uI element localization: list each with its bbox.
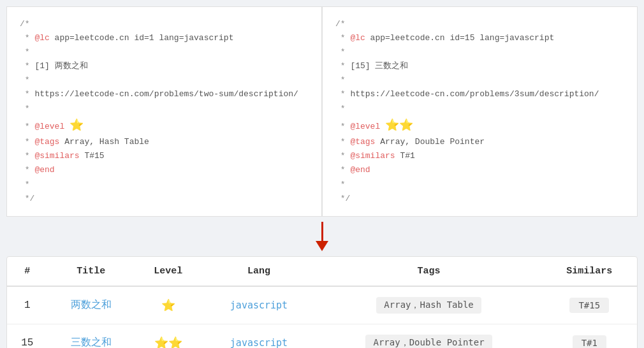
- cell-level: ⭐: [135, 286, 202, 324]
- cell-title: 两数之和: [48, 286, 135, 324]
- arrow-container: [6, 217, 638, 256]
- table-row: 1 两数之和 ⭐ javascript Array，Hash Table T#1…: [7, 286, 637, 324]
- code-line: * @similars T#15: [20, 149, 309, 163]
- table-header-row: # Title Level Lang Tags Similars: [7, 257, 637, 286]
- code-line: /*: [335, 17, 624, 31]
- cell-similars: T#1: [542, 324, 637, 348]
- code-line: *: [20, 45, 309, 59]
- similars-badge: T#1: [573, 335, 606, 348]
- code-line: * @tags Array, Double Pointer: [335, 135, 624, 149]
- code-line: *: [335, 45, 624, 59]
- cell-lang: javascript: [201, 324, 316, 348]
- cell-lang: javascript: [201, 286, 316, 324]
- tags-badge: Array，Double Pointer: [365, 335, 492, 348]
- col-header-title: Title: [48, 257, 135, 286]
- cell-num: 1: [7, 286, 48, 324]
- cell-title: 三数之和: [48, 324, 135, 348]
- arrow-head: [316, 241, 328, 251]
- cell-tags: Array，Hash Table: [316, 286, 542, 324]
- similars-badge: T#15: [569, 298, 609, 313]
- table-row: 15 三数之和 ⭐⭐ javascript Array，Double Point…: [7, 324, 637, 348]
- cell-num: 15: [7, 324, 48, 348]
- code-line: * https://leetcode-cn.com/problems/3sum/…: [335, 87, 624, 101]
- code-line: * @end: [20, 163, 309, 177]
- col-header-num: #: [7, 257, 48, 286]
- code-line: * https://leetcode-cn.com/problems/two-s…: [20, 87, 309, 101]
- code-line: * @lc app=leetcode.cn id=1 lang=javascri…: [20, 31, 309, 45]
- code-line: * [1] 两数之和: [20, 59, 309, 73]
- cell-similars: T#15: [542, 286, 637, 324]
- data-table: # Title Level Lang Tags Similars 1 两数之和 …: [7, 257, 637, 348]
- code-line: *: [20, 102, 309, 116]
- col-header-level: Level: [135, 257, 202, 286]
- col-header-lang: Lang: [201, 257, 316, 286]
- code-line: * [15] 三数之和: [335, 59, 624, 73]
- cell-level: ⭐⭐: [135, 324, 202, 348]
- table-header: # Title Level Lang Tags Similars: [7, 257, 637, 286]
- code-line: /*: [20, 17, 309, 31]
- code-panel-2: /* * @lc app=leetcode.cn id=15 lang=java…: [322, 6, 638, 217]
- table-container: # Title Level Lang Tags Similars 1 两数之和 …: [6, 256, 638, 348]
- code-line: * @lc app=leetcode.cn id=15 lang=javascr…: [335, 31, 624, 45]
- code-line: *: [335, 73, 624, 87]
- down-arrow-icon: [316, 222, 328, 251]
- star-icon: ⭐⭐: [154, 337, 182, 348]
- code-line: *: [20, 73, 309, 87]
- code-line: * @similars T#1: [335, 149, 624, 163]
- code-panels: /* * @lc app=leetcode.cn id=1 lang=javas…: [6, 6, 638, 217]
- code-line: *: [335, 178, 624, 192]
- code-line: * @level ⭐⭐: [335, 116, 624, 136]
- table-body: 1 两数之和 ⭐ javascript Array，Hash Table T#1…: [7, 286, 637, 348]
- col-header-tags: Tags: [316, 257, 542, 286]
- tags-badge: Array，Hash Table: [376, 297, 481, 314]
- star-icon: ⭐: [161, 300, 175, 312]
- arrow-shaft: [321, 222, 323, 241]
- code-line: * @end: [335, 163, 624, 177]
- col-header-similars: Similars: [542, 257, 637, 286]
- code-line: */: [20, 192, 309, 206]
- code-line: */: [335, 192, 624, 206]
- code-line: * @tags Array, Hash Table: [20, 135, 309, 149]
- code-panel-1: /* * @lc app=leetcode.cn id=1 lang=javas…: [6, 6, 322, 217]
- code-line: *: [20, 178, 309, 192]
- code-line: *: [335, 102, 624, 116]
- code-line: * @level ⭐: [20, 116, 309, 136]
- cell-tags: Array，Double Pointer: [316, 324, 542, 348]
